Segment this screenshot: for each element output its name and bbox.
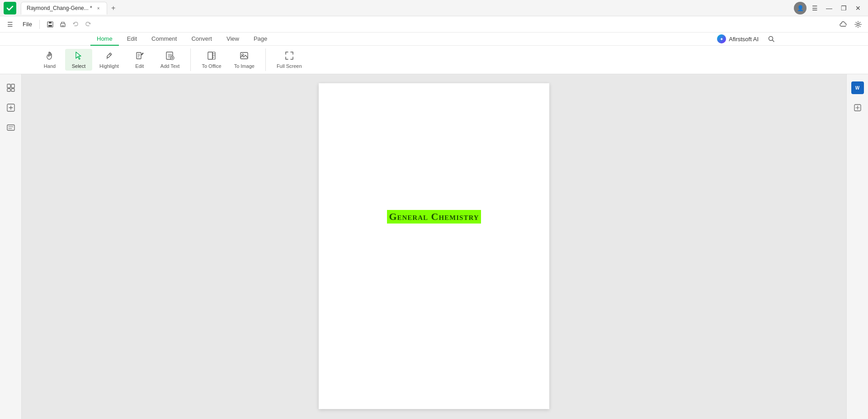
tooffice-tool-btn[interactable]: To Office bbox=[196, 49, 226, 71]
ai-label: Afirstsoft AI bbox=[729, 36, 759, 43]
edit-tool-btn[interactable]: Edit bbox=[126, 49, 153, 71]
app-logo bbox=[4, 2, 16, 14]
sidebar-add-icon[interactable] bbox=[3, 100, 19, 116]
tab-convert[interactable]: Convert bbox=[185, 33, 218, 46]
doc-area: General Chemistry bbox=[22, 74, 846, 419]
svg-rect-15 bbox=[7, 84, 10, 88]
word-panel-icon[interactable]: W bbox=[849, 80, 866, 96]
minimize-button[interactable]: — bbox=[823, 2, 835, 14]
toimage-icon bbox=[239, 51, 249, 62]
addtext-label: Add Text bbox=[160, 63, 180, 69]
hand-label: Hand bbox=[44, 63, 56, 69]
svg-rect-17 bbox=[7, 89, 10, 91]
svg-point-14 bbox=[242, 54, 244, 56]
fullscreen-tool-btn[interactable]: Full Screen bbox=[271, 49, 307, 71]
tooffice-icon bbox=[207, 51, 217, 62]
tab-comment[interactable]: Comment bbox=[145, 33, 183, 46]
page-content: General Chemistry bbox=[387, 210, 481, 224]
hamburger-menu-btn[interactable]: ☰ bbox=[808, 2, 821, 14]
tab-page[interactable]: Page bbox=[247, 33, 274, 46]
hand-icon bbox=[45, 51, 55, 62]
highlight-icon bbox=[104, 51, 114, 62]
edit-label: Edit bbox=[135, 63, 144, 69]
ai-badge[interactable]: ✦ Afirstsoft AI bbox=[712, 33, 763, 45]
undo-quick-btn[interactable] bbox=[70, 19, 81, 30]
print-quick-btn[interactable] bbox=[57, 19, 69, 30]
cloud-icon-btn[interactable] bbox=[837, 18, 850, 31]
sidebar-thumbnail-icon[interactable] bbox=[3, 80, 19, 96]
toolbar-separator-2 bbox=[265, 48, 266, 71]
fullscreen-icon bbox=[284, 51, 294, 62]
addtext-icon bbox=[165, 51, 175, 62]
toolbar-separator-1 bbox=[190, 48, 191, 71]
menu-hamburger-icon: ☰ bbox=[7, 21, 13, 28]
toimage-label: To Image bbox=[234, 63, 255, 69]
avatar: 👤 bbox=[794, 2, 807, 14]
svg-rect-20 bbox=[7, 125, 14, 130]
select-icon bbox=[74, 51, 84, 62]
svg-rect-16 bbox=[11, 84, 14, 88]
redo-quick-btn[interactable] bbox=[82, 19, 94, 30]
addtext-tool-btn[interactable]: Add Text bbox=[155, 49, 185, 71]
svg-rect-5 bbox=[61, 26, 64, 27]
document-title: General Chemistry bbox=[387, 210, 481, 224]
new-tab-button[interactable]: + bbox=[108, 3, 119, 14]
main-area: General Chemistry W bbox=[0, 74, 868, 419]
close-button[interactable]: ✕ bbox=[852, 2, 864, 14]
right-panel-extra-icon[interactable] bbox=[849, 100, 866, 116]
save-quick-btn[interactable] bbox=[44, 19, 56, 30]
settings-icon-btn[interactable] bbox=[852, 18, 864, 31]
toimage-tool-btn[interactable]: To Image bbox=[229, 49, 260, 71]
tabs-area: Raymond_Chang-Gene... * × + bbox=[21, 2, 794, 14]
edit-icon bbox=[135, 51, 145, 62]
svg-rect-13 bbox=[241, 52, 248, 59]
right-panel: W bbox=[846, 74, 868, 419]
file-menu-btn[interactable]: File bbox=[18, 19, 37, 29]
svg-rect-4 bbox=[61, 25, 64, 26]
hand-tool-btn[interactable]: Hand bbox=[36, 49, 63, 71]
svg-rect-18 bbox=[11, 89, 14, 91]
quick-actions bbox=[44, 19, 94, 30]
page-container: General Chemistry bbox=[319, 83, 549, 409]
sidebar-list-icon[interactable] bbox=[3, 119, 19, 136]
tooffice-label: To Office bbox=[202, 63, 221, 69]
highlight-label: Highlight bbox=[99, 63, 119, 69]
titlebar-controls: 👤 ☰ — ❐ ✕ bbox=[794, 2, 864, 14]
select-tool-btn[interactable]: Select bbox=[65, 49, 92, 71]
menubar-right bbox=[837, 18, 864, 31]
separator bbox=[39, 20, 40, 29]
tab-title: Raymond_Chang-Gene... * bbox=[27, 5, 92, 11]
toolbar: Hand Select Highlight bbox=[0, 46, 868, 74]
word-badge: W bbox=[851, 81, 864, 94]
search-btn[interactable] bbox=[765, 33, 778, 45]
ribbon-tabs: Home Edit Comment Convert View Page ✦ Af… bbox=[0, 33, 868, 46]
left-sidebar bbox=[0, 74, 22, 419]
ribbon-container: Home Edit Comment Convert View Page ✦ Af… bbox=[0, 33, 868, 74]
tab-edit[interactable]: Edit bbox=[121, 33, 143, 46]
menu-hamburger-btn[interactable]: ☰ bbox=[4, 18, 16, 31]
tab-view[interactable]: View bbox=[220, 33, 245, 46]
titlebar: Raymond_Chang-Gene... * × + 👤 ☰ — ❐ ✕ bbox=[0, 0, 868, 16]
tab-home[interactable]: Home bbox=[90, 33, 119, 46]
fullscreen-label: Full Screen bbox=[277, 63, 302, 69]
highlight-tool-btn[interactable]: Highlight bbox=[94, 49, 124, 71]
svg-rect-11 bbox=[208, 52, 212, 59]
svg-rect-3 bbox=[61, 24, 65, 27]
svg-rect-1 bbox=[49, 22, 52, 24]
svg-rect-2 bbox=[48, 25, 52, 27]
select-label: Select bbox=[72, 63, 86, 69]
hamburger-icon: ☰ bbox=[812, 5, 818, 12]
menubar: ☰ File bbox=[0, 16, 868, 33]
close-tab-button[interactable]: × bbox=[95, 5, 102, 12]
ai-icon: ✦ bbox=[717, 34, 726, 43]
active-tab[interactable]: Raymond_Chang-Gene... * × bbox=[21, 2, 107, 14]
svg-point-6 bbox=[857, 23, 859, 25]
restore-button[interactable]: ❐ bbox=[837, 2, 850, 14]
